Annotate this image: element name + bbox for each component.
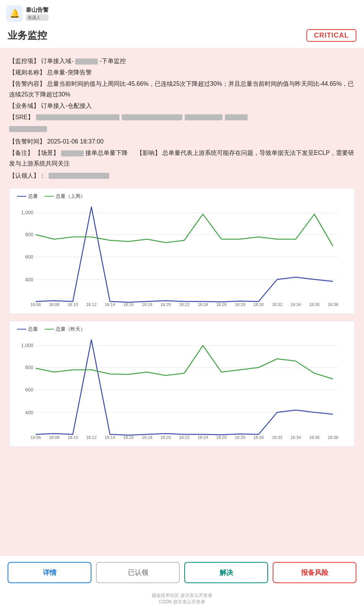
chart2-legend-blue: 总量 xyxy=(17,326,38,333)
chart1-container: 总量 总量（上周） 1,000 800 600 400 xyxy=(9,188,355,314)
svg-text:18:12: 18:12 xyxy=(86,302,97,307)
svg-text:400: 400 xyxy=(25,410,33,415)
resolve-button[interactable]: 解决 xyxy=(184,562,268,583)
monitor-item-line: 【监控项】 订单接入域- -下单监控 xyxy=(9,56,355,66)
chart2-green-dot xyxy=(45,329,54,330)
monitor-item-label: 【监控项】 xyxy=(9,58,39,64)
svg-text:600: 600 xyxy=(25,254,33,260)
svg-text:18:06: 18:06 xyxy=(30,435,41,440)
svg-text:18:22: 18:22 xyxy=(179,435,190,440)
remark-suffix: 接单总单量下降 xyxy=(85,150,128,156)
remark-value: 【场景】 xyxy=(35,150,59,156)
chart1-legend-blue: 总量 xyxy=(17,193,38,200)
svg-text:18:30: 18:30 xyxy=(253,302,264,307)
logo-title: 泰山告警 xyxy=(26,6,49,14)
sre-blurred-4 xyxy=(225,114,248,120)
monitor-item-value: 订单接入域- xyxy=(41,58,73,64)
sre-blurred-3 xyxy=(185,114,223,120)
chart2-green-label: 总量（昨天） xyxy=(56,326,85,333)
chart1-green-label: 总量（上周） xyxy=(56,193,85,200)
alert-info: 【监控项】 订单接入域- -下单监控 【规则名称】 总单量-突降告警 【告警内容… xyxy=(9,56,355,181)
chart1-blue-label: 总量 xyxy=(28,193,38,200)
business-domain-label: 【业务域】 xyxy=(9,103,39,109)
logo-text-area: 泰山告警 机器人 xyxy=(26,6,49,21)
rule-name-label: 【规则名称】 xyxy=(9,69,46,76)
svg-text:18:14: 18:14 xyxy=(105,435,115,440)
claimer-blurred xyxy=(49,173,109,179)
claimed-button[interactable]: 已认领 xyxy=(96,562,180,583)
chart1-blue-dot xyxy=(17,196,26,197)
svg-text:18:20: 18:20 xyxy=(160,435,171,440)
logo-area: 🔔 泰山告警 机器人 xyxy=(6,5,49,22)
button-bar: 详情 已认领 解决 报备风险 xyxy=(0,556,364,591)
chart1-legend: 总量 总量（上周） xyxy=(13,193,351,200)
svg-text:18:12: 18:12 xyxy=(86,435,97,440)
risk-button[interactable]: 报备风险 xyxy=(273,562,356,583)
detail-button[interactable]: 详情 xyxy=(8,562,91,583)
watermark-line2: CSDN @京东云开发者 xyxy=(0,599,364,605)
svg-text:800: 800 xyxy=(25,364,33,370)
svg-text:18:38: 18:38 xyxy=(328,435,338,440)
svg-text:18:08: 18:08 xyxy=(49,302,60,307)
svg-text:18:22: 18:22 xyxy=(179,302,190,307)
watermark: 掘金技术社区 @京东云开发者 CSDN @京东云开发者 xyxy=(0,591,364,609)
svg-text:18:24: 18:24 xyxy=(198,302,208,307)
business-domain-line: 【业务域】 订单接入-仓配接入 xyxy=(9,101,355,111)
svg-text:18:26: 18:26 xyxy=(216,302,227,307)
alert-time-value: 2025-01-06 18:37:00 xyxy=(47,138,104,145)
svg-text:18:32: 18:32 xyxy=(272,302,282,307)
logo-icon: 🔔 xyxy=(6,5,23,22)
svg-text:18:16: 18:16 xyxy=(123,302,134,307)
svg-text:18:32: 18:32 xyxy=(272,435,282,440)
chart2-legend: 总量 总量（昨天） xyxy=(13,326,351,333)
svg-text:1,000: 1,000 xyxy=(21,342,33,348)
chart2-blue-label: 总量 xyxy=(28,326,38,333)
watermark-line1: 掘金技术社区 @京东云开发者 xyxy=(0,592,364,599)
remark-line: 【备注】 【场景】 接单总单量下降 【影响】 总单量代表上游系统可能存在问题，导… xyxy=(9,148,355,169)
svg-text:18:34: 18:34 xyxy=(290,435,301,440)
chart2-legend-green: 总量（昨天） xyxy=(45,326,85,333)
svg-text:1,000: 1,000 xyxy=(21,210,33,215)
svg-text:18:14: 18:14 xyxy=(105,302,115,307)
svg-text:18:28: 18:28 xyxy=(235,435,245,440)
svg-text:18:20: 18:20 xyxy=(160,302,171,307)
alert-content-value: 总量当前时间的值与上周同比-45.66%，已连续25次下降超过30%；并且总量当… xyxy=(9,80,354,98)
monitor-item-suffix: -下单监控 xyxy=(100,58,126,64)
remark-label: 【备注】 xyxy=(9,150,33,156)
svg-text:18:06: 18:06 xyxy=(30,302,41,307)
title-bar: 业务监控 CRITICAL xyxy=(0,26,364,48)
alert-content-line: 【告警内容】 总量当前时间的值与上周同比-45.66%，已连续25次下降超过30… xyxy=(9,79,355,100)
chart1-svg-wrapper: 1,000 800 600 400 18:06 18:08 18:10 18:1… xyxy=(13,203,351,311)
svg-text:18:28: 18:28 xyxy=(235,302,245,307)
svg-text:18:10: 18:10 xyxy=(67,435,78,440)
sre-line: 【SRE】 xyxy=(9,112,355,123)
sre-blurred-1 xyxy=(36,114,119,120)
alert-time-line: 【告警时间】 2025-01-06 18:37:00 xyxy=(9,136,355,147)
sre-label: 【SRE】 xyxy=(9,112,34,123)
chart2-blue-dot xyxy=(17,329,26,330)
sre-blurred-5 xyxy=(9,126,47,132)
business-domain-value: 订单接入-仓配接入 xyxy=(41,103,91,109)
svg-text:18:34: 18:34 xyxy=(290,302,301,307)
svg-text:18:24: 18:24 xyxy=(198,435,208,440)
chart1-green-dot xyxy=(45,196,54,197)
critical-badge: CRITICAL xyxy=(306,29,356,42)
svg-text:18:26: 18:26 xyxy=(216,435,227,440)
chart2-svg-wrapper: 1,000 800 600 400 18:06 18:08 18:10 18:1… xyxy=(13,336,351,443)
svg-text:400: 400 xyxy=(25,277,33,282)
svg-text:18:30: 18:30 xyxy=(253,435,264,440)
alert-time-label: 【告警时间】 xyxy=(9,138,46,145)
remark-blurred xyxy=(61,150,84,156)
svg-text:18:08: 18:08 xyxy=(49,435,60,440)
chart1-svg: 1,000 800 600 400 18:06 18:08 18:10 18:1… xyxy=(13,203,351,309)
claimer-label: 【认领人】： xyxy=(9,170,46,181)
svg-text:18:36: 18:36 xyxy=(309,302,320,307)
rule-name-value: 总单量-突降告警 xyxy=(47,69,91,76)
claimer-line: 【认领人】： xyxy=(9,170,355,181)
sre-line2 xyxy=(9,123,355,134)
chart1-legend-green: 总量（上周） xyxy=(45,193,85,200)
svg-text:18:38: 18:38 xyxy=(328,302,338,307)
svg-text:18:16: 18:16 xyxy=(123,435,134,440)
impact-label: 【影响】 xyxy=(136,150,161,156)
rule-name-line: 【规则名称】 总单量-突降告警 xyxy=(9,67,355,78)
